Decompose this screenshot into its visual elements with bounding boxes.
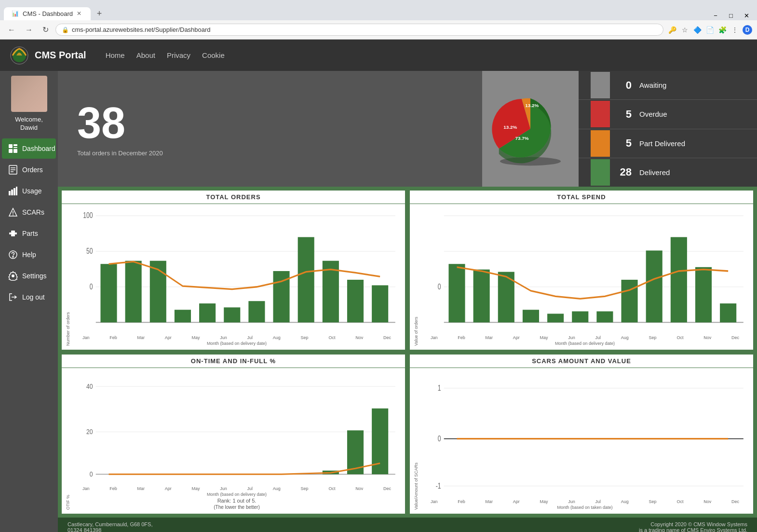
- svg-text:1: 1: [438, 383, 441, 392]
- svg-point-17: [13, 214, 14, 215]
- close-button[interactable]: ✕: [740, 11, 753, 20]
- app-footer: Castlecary, Cumbernauld, G68 0FS, 01324 …: [58, 518, 757, 532]
- scars-svg: 1 0 -1: [420, 372, 749, 498]
- svg-rect-56: [523, 310, 539, 322]
- address-bar[interactable]: 🔒 cms-portal.azurewebsites.net/Supplier/…: [55, 24, 663, 36]
- svg-rect-46: [347, 280, 364, 322]
- sidebar-item-logout[interactable]: Log out: [2, 287, 56, 307]
- lock-icon: 🔒: [62, 27, 69, 33]
- stat-partdelivered: 5 Part Delivered: [579, 129, 757, 158]
- pie-chart-container: 73.7% 13.2% 13.2%: [482, 71, 579, 187]
- partdelivered-count: 5: [612, 137, 632, 150]
- browser-window: 📊 CMS - Dashboard ✕ + − □ ✕ ← → ↻ 🔒 cms-…: [0, 0, 757, 40]
- svg-text:20: 20: [86, 428, 93, 436]
- sidebar-item-scars[interactable]: SCARs: [2, 202, 56, 222]
- svg-point-23: [12, 274, 14, 277]
- sidebar-label-settings: Settings: [22, 272, 47, 280]
- svg-rect-39: [175, 310, 191, 322]
- total-spend-yaxis: Value of orders: [414, 208, 419, 346]
- footer-phone: 01324 841398: [68, 527, 152, 532]
- sidebar-item-parts[interactable]: Parts: [2, 223, 56, 244]
- profile-icon[interactable]: D: [743, 25, 752, 35]
- svg-rect-60: [622, 280, 638, 322]
- scars-body: Value/Amount of SCARs 1 0 -1: [410, 368, 753, 514]
- total-orders-xaxis: JanFebMar AprMayJun JulAugSep OctNovDec: [72, 334, 401, 341]
- nav-home[interactable]: Home: [106, 51, 125, 59]
- awaiting-count: 0: [612, 79, 632, 92]
- svg-rect-42: [248, 301, 265, 322]
- svg-rect-36: [100, 264, 117, 322]
- svg-rect-5: [9, 149, 13, 153]
- scars-chart: SCARS AMOUNT AND VALUE Value/Amount of S…: [409, 354, 754, 515]
- pdf-icon[interactable]: 📄: [705, 25, 715, 35]
- svg-rect-3: [14, 144, 17, 146]
- nav-cookie[interactable]: Cookie: [202, 51, 225, 59]
- svg-rect-54: [473, 270, 490, 323]
- svg-text:13.2%: 13.2%: [503, 124, 517, 130]
- svg-rect-61: [646, 250, 662, 322]
- svg-text:0: 0: [90, 282, 93, 291]
- footer-address: Castlecary, Cumbernauld, G68 0FS,: [68, 521, 152, 527]
- forward-button[interactable]: →: [22, 24, 36, 36]
- rank-text: Rank: 1 out of 5.: [72, 497, 401, 505]
- footer-trading-name: is a trading name of CMS Enviro Systems …: [639, 527, 747, 532]
- otif-yaxis: OTIF %: [66, 372, 70, 510]
- puzzle-icon[interactable]: 🧩: [717, 25, 727, 35]
- star-icon[interactable]: ☆: [680, 25, 689, 35]
- tab-title: CMS - Dashboard: [23, 10, 73, 17]
- svg-rect-63: [695, 267, 712, 323]
- sidebar-item-orders[interactable]: Orders: [2, 160, 56, 180]
- total-spend-svg: 0: [420, 208, 749, 334]
- cms-logo: [10, 46, 29, 65]
- svg-text:73.7%: 73.7%: [515, 136, 529, 141]
- svg-rect-12: [11, 190, 13, 195]
- sidebar-item-usage[interactable]: Usage: [2, 181, 56, 201]
- sidebar-label-scars: SCARs: [22, 208, 44, 216]
- total-orders-title: TOTAL ORDERS: [62, 191, 405, 204]
- app-nav: Home About Privacy Cookie: [106, 51, 225, 59]
- minimize-button[interactable]: −: [709, 11, 722, 20]
- svg-point-22: [13, 256, 14, 257]
- sidebar-item-settings[interactable]: Settings: [2, 266, 56, 286]
- svg-rect-57: [547, 314, 564, 322]
- partdelivered-label: Part Delivered: [639, 139, 685, 148]
- stats-list: 0 Awaiting 5 Overdue 5 Part Delivered: [579, 71, 757, 187]
- svg-rect-2: [9, 144, 13, 148]
- key-icon[interactable]: 🔑: [667, 25, 677, 35]
- new-tab-button[interactable]: +: [93, 7, 106, 20]
- sidebar-label-orders: Orders: [22, 166, 43, 174]
- svg-text:0: 0: [438, 282, 441, 291]
- sidebar-item-help[interactable]: Help: [2, 245, 56, 265]
- help-icon: [8, 249, 18, 260]
- welcome-text: Welcome,Welcome, DawidDawid: [15, 116, 43, 132]
- sidebar-item-dashboard[interactable]: Dashboard: [2, 138, 56, 159]
- awaiting-label: Awaiting: [639, 81, 666, 89]
- total-spend-title: TOTAL SPEND: [410, 191, 753, 204]
- back-button[interactable]: ←: [5, 24, 18, 36]
- tab-close-button[interactable]: ✕: [77, 10, 81, 17]
- otif-area: 40 20 0: [72, 372, 401, 510]
- nav-privacy[interactable]: Privacy: [167, 51, 190, 59]
- footer-right: Copyright 2020 © CMS Window Systems is a…: [639, 521, 747, 532]
- content-area: 38 Total orders in December 2020: [58, 71, 757, 532]
- maximize-button[interactable]: □: [724, 11, 738, 20]
- total-spend-area: 0: [420, 208, 749, 346]
- active-tab[interactable]: 📊 CMS - Dashboard ✕: [4, 7, 91, 20]
- more-icon[interactable]: ⋮: [730, 25, 740, 35]
- awaiting-color: [588, 71, 612, 99]
- svg-text:50: 50: [86, 246, 93, 255]
- total-orders-chart: TOTAL ORDERS Number of orders 1: [61, 190, 406, 351]
- svg-text:40: 40: [86, 382, 93, 391]
- refresh-button[interactable]: ↻: [40, 23, 52, 36]
- scars-xlabel: Month (based on taken date): [420, 505, 749, 510]
- settings-icon: [8, 271, 18, 281]
- scars-title: SCARS AMOUNT AND VALUE: [410, 355, 753, 368]
- avatar: [11, 76, 47, 112]
- otif-title: ON-TIME AND IN-FULL %: [62, 355, 405, 368]
- sidebar-label-parts: Parts: [22, 230, 38, 237]
- otif-svg: 40 20 0: [72, 372, 401, 485]
- extension-icon[interactable]: 🔷: [692, 25, 702, 35]
- nav-about[interactable]: About: [136, 51, 155, 59]
- delivered-label: Delivered: [639, 168, 670, 177]
- svg-rect-37: [125, 261, 142, 323]
